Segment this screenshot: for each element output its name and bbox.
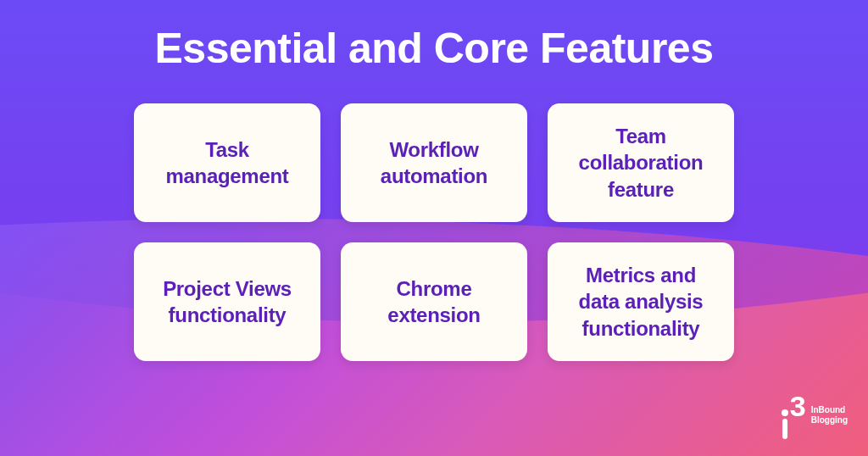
feature-card-workflow-automation: Workflow automation bbox=[341, 103, 527, 222]
feature-card-metrics-analysis: Metrics and data analysis functionality bbox=[548, 242, 734, 361]
logo-text: InBound Blogging bbox=[811, 405, 848, 425]
feature-label: Project Views functionality bbox=[151, 275, 303, 328]
logo-letter-b-icon: 3 bbox=[790, 392, 806, 420]
feature-card-chrome-extension: Chrome extension bbox=[341, 242, 527, 361]
feature-label: Chrome extension bbox=[358, 275, 510, 328]
page-title: Essential and Core Features bbox=[155, 24, 714, 73]
features-grid: Task management Workflow automation Team… bbox=[134, 103, 734, 361]
logo-letter-i-icon bbox=[782, 409, 788, 439]
feature-label: Task management bbox=[151, 136, 303, 189]
feature-label: Workflow automation bbox=[358, 136, 510, 189]
logo-mark-icon: 3 bbox=[782, 392, 806, 439]
feature-card-task-management: Task management bbox=[134, 103, 320, 222]
feature-label: Team collaboration feature bbox=[565, 123, 717, 203]
feature-card-project-views: Project Views functionality bbox=[134, 242, 320, 361]
content-container: Essential and Core Features Task managem… bbox=[0, 0, 868, 456]
feature-label: Metrics and data analysis functionality bbox=[565, 262, 717, 342]
logo-text-line1: InBound bbox=[811, 405, 848, 415]
logo-text-line2: Blogging bbox=[811, 415, 848, 425]
feature-card-team-collaboration: Team collaboration feature bbox=[548, 103, 734, 222]
brand-logo: 3 InBound Blogging bbox=[782, 392, 848, 439]
